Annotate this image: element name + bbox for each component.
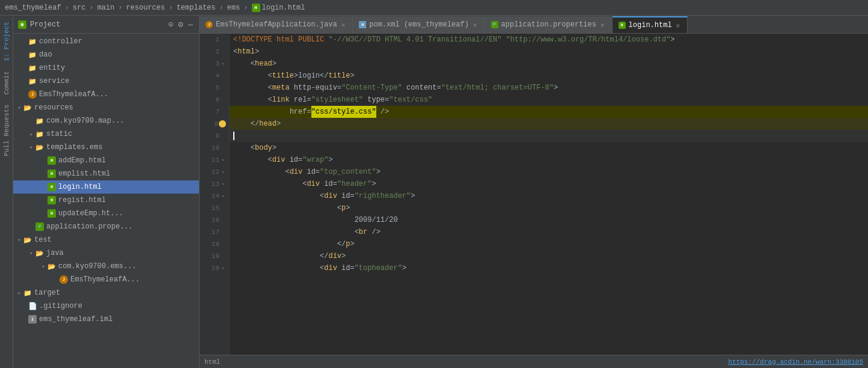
line-num-row-9: 9	[200, 130, 229, 142]
code-id13: id	[324, 178, 332, 190]
tree-item-emsmain[interactable]: J EmsThymeleafA...	[13, 88, 199, 101]
tree-label-emsmain: EmsThymeleafA...	[39, 90, 108, 99]
line-num-row-4: 4	[200, 70, 229, 82]
code-gt11: >	[328, 154, 332, 166]
tree-item-entity[interactable]: 📁 entity	[13, 61, 199, 75]
tree-item-appprops[interactable]: P application.prope...	[13, 220, 199, 233]
code-href-val: "css/style.css"	[311, 106, 376, 118]
tree-item-controller[interactable]: 📁 controller	[13, 35, 199, 48]
tree-item-regist[interactable]: H regist.html	[13, 194, 199, 207]
line-numbers: 1 2 3 ▾ 4 5	[200, 34, 229, 274]
fold-arrow-20[interactable]: ▾	[219, 265, 227, 272]
code-div19: div	[328, 250, 341, 262]
tree-item-emplist[interactable]: H emplist.html	[13, 167, 199, 180]
code-line-6: <link rel="stylesheet" type="text/css"	[230, 94, 868, 106]
code-sp14	[337, 190, 341, 202]
tree-arrow-resources: ▾	[16, 105, 23, 111]
code-gt15: >	[346, 202, 350, 214]
folder-icon: 📂	[23, 103, 32, 112]
fold-arrow-13[interactable]: ▾	[219, 181, 227, 188]
code-indent7	[233, 106, 290, 118]
code-link-tag: link	[272, 94, 290, 106]
code-line-16: 2009/11/20	[230, 214, 868, 226]
fold-arrow-14[interactable]: ▾	[219, 193, 227, 200]
tree-item-addemp[interactable]: H addEmp.html	[13, 154, 199, 167]
tree-arrow-test: ▾	[16, 237, 23, 244]
panel-title-text: Project	[30, 20, 60, 29]
folder-icon: 📂	[35, 143, 44, 152]
line-num-row-18: 18	[200, 238, 229, 250]
tab-login[interactable]: H login.html ✕	[613, 16, 688, 33]
tree-item-static[interactable]: ▸ 📁 static	[13, 127, 199, 141]
line-num-row-17: 17	[200, 226, 229, 238]
tree-item-updateemp[interactable]: H updateEmp.ht...	[13, 207, 199, 220]
fold-arrow-11[interactable]: ▾	[219, 157, 227, 164]
tree-arrow-target: ▸	[16, 290, 23, 296]
tree-item-test[interactable]: ▾ 📂 test	[13, 233, 199, 247]
code-eq13: =	[333, 178, 337, 190]
tree-item-login[interactable]: H login.html	[13, 180, 199, 194]
tree-item-gitignore[interactable]: 📄 .gitignore	[13, 299, 199, 313]
code-title-open: title	[272, 70, 294, 82]
line-num-14: 14	[207, 192, 219, 200]
code-indent20: <	[233, 262, 324, 274]
breadcrumb-src: src	[73, 4, 86, 12]
bulb-gutter-icon[interactable]	[218, 120, 227, 128]
status-bar: html https://drag.acdin.ne/warn:3388105	[200, 355, 868, 368]
tree-label-resources: resources	[34, 103, 73, 112]
code-id20: id	[341, 262, 350, 274]
tab-icon-xml: m	[359, 21, 366, 28]
tab-close-ems-app[interactable]: ✕	[340, 20, 347, 29]
tab-pom[interactable]: m pom.xml (ems_thymeleaf) ✕	[353, 16, 484, 33]
code-eq20: =	[350, 262, 354, 274]
panel-scope-icon[interactable]: ⊙	[167, 18, 174, 31]
code-meta-tag: meta	[272, 82, 290, 94]
tree-label-appprops: application.prope...	[46, 222, 133, 231]
panel-minimize-icon[interactable]: —	[187, 19, 194, 31]
line-num-20: 20	[207, 265, 219, 272]
fold-arrow-12[interactable]: ▾	[219, 169, 227, 176]
code-html-tag: html	[237, 46, 255, 58]
tree-item-com-kyo2[interactable]: ▾ 📂 com.kyo9700.ems...	[13, 260, 199, 273]
tab-close-login[interactable]: ✕	[675, 21, 682, 30]
tree-item-emstest[interactable]: J EmsThymeleafA...	[13, 273, 199, 286]
code-div12: div	[290, 166, 303, 178]
code-p15: p	[341, 202, 346, 214]
tree-item-java[interactable]: ▾ 📂 java	[13, 247, 199, 260]
status-link[interactable]: https://drag.acdin.ne/warn:3388105	[729, 358, 863, 366]
tree-label-gitignore: .gitignore	[39, 302, 82, 310]
side-label-pullreq[interactable]: Pull Requests	[2, 100, 11, 161]
side-label-commit[interactable]: Commit	[2, 66, 11, 100]
code-eq14: =	[350, 190, 354, 202]
panel-header: ▣ Project ⊙ ⚙ —	[13, 16, 199, 34]
tree-item-com-kyo[interactable]: 📁 com.kyo9700.map...	[13, 114, 199, 127]
line-num-row-14: 14 ▾	[200, 190, 229, 202]
tree-item-dao[interactable]: 📁 dao	[13, 48, 199, 61]
code-eq11: =	[298, 154, 302, 166]
tab-app-props[interactable]: P application.properties ✕	[485, 16, 613, 33]
fold-arrow-3[interactable]: ▾	[219, 61, 227, 67]
panel-settings-icon[interactable]: ⚙	[177, 18, 184, 31]
side-label-project[interactable]: 1: Project	[2, 17, 11, 66]
status-lang: html	[204, 358, 220, 366]
tree-item-iml[interactable]: i ems_thymeleaf.iml	[13, 313, 199, 326]
tab-close-app-props[interactable]: ✕	[599, 20, 606, 29]
code-eq12: =	[316, 166, 320, 178]
code-id12: id	[307, 166, 315, 178]
code-content[interactable]: <!DOCTYPE html PUBLIC "-//W3C//DTD HTML …	[230, 34, 868, 355]
line-num-3: 3	[207, 60, 219, 67]
tree-item-target[interactable]: ▸ 📁 target	[13, 286, 199, 299]
tab-ems-app[interactable]: J EmsThymeleafApplication.java ✕	[200, 16, 353, 33]
code-eq6b: =	[385, 94, 389, 106]
tree-item-resources[interactable]: ▾ 📂 resources	[13, 101, 199, 114]
code-gt20: >	[402, 262, 406, 274]
code-content-val: "text/html; charset=UTF-8"	[441, 82, 554, 94]
tree-arrow-templates: ▾	[28, 144, 35, 151]
tab-close-pom[interactable]: ✕	[472, 20, 478, 29]
tree-item-templates-ems[interactable]: ▾ 📂 templates.ems	[13, 141, 199, 154]
tree-item-service[interactable]: 📁 service	[13, 75, 199, 88]
code-rel-attr: rel	[294, 94, 307, 106]
folder-icon: 📁	[23, 288, 32, 298]
code-gt: >	[670, 34, 674, 46]
line-num-row-16: 16	[200, 214, 229, 226]
